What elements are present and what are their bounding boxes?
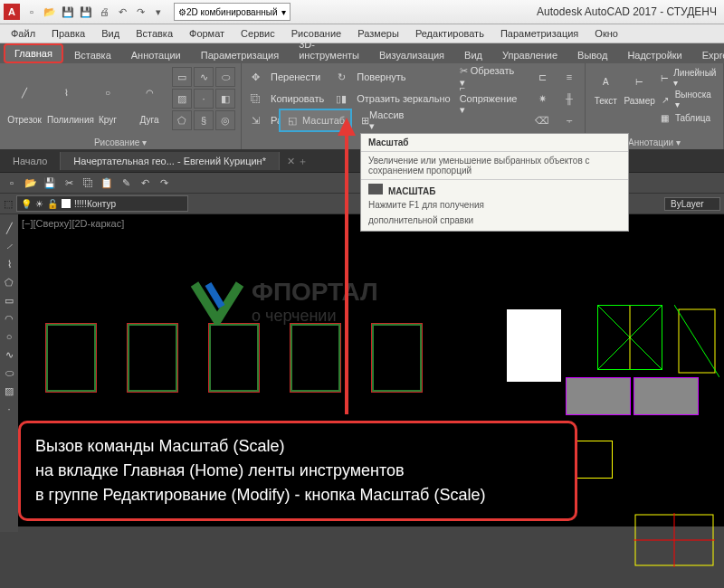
menu-insert[interactable]: Вставка: [129, 26, 180, 41]
tab-3d[interactable]: 3D-инструменты: [290, 36, 368, 63]
drawing-viewport[interactable]: ╱ ⟋ ⌇ ⬠ ▭ ◠ ○ ∿ ⬭ ▨ · [−][Сверху][2D-кар…: [0, 214, 724, 526]
doc-tab-start[interactable]: Начало: [0, 152, 61, 170]
plot-icon[interactable]: 🖨: [96, 4, 112, 20]
fillet-label[interactable]: ⌐ Сопряжение ▾: [460, 82, 525, 116]
move-label[interactable]: Перенести: [271, 71, 329, 82]
lt-rect-icon[interactable]: ▭: [1, 292, 17, 308]
lt-line-icon[interactable]: ╱: [1, 220, 17, 236]
lt-hatch-icon[interactable]: ▨: [1, 383, 17, 399]
tab-visual[interactable]: Визуализация: [370, 47, 453, 63]
tb-new-icon[interactable]: ▫: [4, 175, 20, 191]
tab-insert[interactable]: Вставка: [65, 47, 120, 63]
bulb-icon: 💡: [21, 199, 32, 209]
lt-point-icon[interactable]: ·: [1, 401, 17, 417]
rect-icon[interactable]: ▭: [172, 67, 192, 87]
menu-format[interactable]: Формат: [182, 26, 232, 41]
tb-paste-icon[interactable]: 📋: [99, 175, 115, 191]
menu-edit[interactable]: Правка: [44, 26, 92, 41]
move-icon[interactable]: ✥: [247, 69, 263, 85]
ribbon-tabs: Главная Вставка Аннотации Параметризация…: [0, 43, 724, 63]
tool-text[interactable]: AТекст: [591, 67, 621, 125]
mirror-icon[interactable]: ▯▮: [333, 90, 349, 107]
save-icon[interactable]: 💾: [60, 4, 76, 20]
new-tab-icon[interactable]: ✕ ＋: [280, 155, 315, 168]
lt-ellipse-icon[interactable]: ⬭: [1, 365, 17, 381]
join-icon[interactable]: ⫟: [559, 110, 579, 130]
tab-annotate[interactable]: Аннотации: [122, 47, 190, 63]
menu-file[interactable]: Файл: [4, 26, 43, 41]
layer-props-icon[interactable]: ⬚: [4, 198, 13, 210]
viewport-label[interactable]: [−][Сверху][2D-каркас]: [22, 218, 124, 229]
tab-home[interactable]: Главная: [4, 43, 63, 63]
spline-icon[interactable]: ∿: [194, 67, 214, 87]
open-icon[interactable]: 📂: [42, 4, 58, 20]
array-label[interactable]: Массив ▾: [369, 109, 404, 132]
align-icon[interactable]: ≡: [559, 67, 579, 87]
erase-icon[interactable]: ⌫: [532, 110, 552, 130]
tb-save-icon[interactable]: 💾: [42, 175, 58, 191]
tool-circle[interactable]: ○Круг: [89, 73, 127, 125]
poly-icon[interactable]: ⬠: [172, 110, 192, 130]
watermark: ФПОРТАЛо черчении: [190, 278, 378, 326]
lt-poly-icon[interactable]: ⬠: [1, 274, 17, 290]
tool-line[interactable]: ╱Отрезок: [5, 73, 43, 125]
undo-icon[interactable]: ↶: [114, 4, 130, 20]
tab-param[interactable]: Параметризация: [192, 47, 288, 63]
workspace-selector[interactable]: ⚙ 2D комбинированный ▾: [174, 3, 291, 21]
menu-modify[interactable]: Редактировать: [408, 26, 491, 41]
offset-icon[interactable]: ⊏: [532, 67, 552, 87]
menu-tools[interactable]: Сервис: [233, 26, 282, 41]
tb-cut-icon[interactable]: ✂: [61, 175, 77, 191]
text-icon: A: [591, 67, 621, 96]
lt-circle-icon[interactable]: ○: [1, 328, 17, 345]
hatch-icon[interactable]: ▨: [172, 89, 192, 109]
stretch-icon[interactable]: ⇲: [247, 112, 263, 128]
tab-view[interactable]: Вид: [455, 47, 491, 63]
tool-dimension[interactable]: ⊢Размер: [624, 67, 655, 125]
tb-match-icon[interactable]: ✎: [118, 175, 134, 191]
tool-arc[interactable]: ◠Дуга: [130, 73, 168, 125]
new-icon[interactable]: ▫: [24, 4, 40, 20]
menu-view[interactable]: Вид: [94, 26, 127, 41]
rotate-icon[interactable]: ↻: [333, 69, 349, 85]
layer-selector[interactable]: 💡 ☀ 🔓 !!!!!Контур: [16, 195, 188, 212]
tb-undo-icon[interactable]: ↶: [137, 175, 153, 191]
tool-polyline[interactable]: ⌇Полилиния: [47, 73, 85, 125]
app-logo[interactable]: A: [4, 4, 20, 20]
tab-manage[interactable]: Управление: [493, 47, 567, 63]
panel-draw-title[interactable]: Рисование ▾: [5, 136, 235, 147]
tab-output[interactable]: Вывод: [568, 47, 616, 63]
helix-icon[interactable]: §: [194, 110, 214, 130]
tb-copy-icon[interactable]: ⿻: [80, 175, 96, 191]
saveas-icon[interactable]: 💾: [78, 4, 94, 20]
polyline-icon: ⌇: [50, 73, 82, 113]
tab-express[interactable]: Express: [693, 47, 724, 63]
anno-linear[interactable]: ⊢Линейный ▾: [659, 67, 718, 89]
lt-pline-icon[interactable]: ⌇: [1, 256, 17, 272]
qat-more-icon[interactable]: ▾: [150, 4, 167, 20]
mirror-label[interactable]: Отразить зеркально: [357, 93, 455, 104]
tb-redo-icon[interactable]: ↷: [156, 175, 172, 191]
redo-icon[interactable]: ↷: [132, 4, 148, 20]
lt-spline-icon[interactable]: ∿: [1, 346, 17, 363]
menu-window[interactable]: Окно: [587, 26, 625, 41]
menu-param[interactable]: Параметризация: [493, 26, 586, 41]
copy-label[interactable]: Копировать: [271, 93, 329, 104]
point-icon[interactable]: ·: [194, 89, 214, 109]
break-icon[interactable]: ╫: [559, 89, 579, 109]
explode-icon[interactable]: ✷: [532, 89, 552, 109]
copy-icon[interactable]: ⿻: [247, 90, 263, 107]
donut-icon[interactable]: ◎: [215, 110, 235, 130]
lt-arc-icon[interactable]: ◠: [1, 310, 17, 327]
anno-table[interactable]: ▦Таблица: [659, 110, 718, 125]
bylayer-selector[interactable]: ByLayer: [664, 197, 720, 211]
tab-addins[interactable]: Надстройки: [618, 47, 691, 63]
region-icon[interactable]: ◧: [215, 89, 235, 109]
tb-open-icon[interactable]: 📂: [23, 175, 39, 191]
rotate-label[interactable]: Повернуть: [357, 71, 455, 82]
doc-tab-current[interactable]: Начертательная гео... - Евгений Курицин*: [61, 152, 280, 170]
anno-leader[interactable]: ↗Выноска ▾: [659, 89, 718, 110]
lt-xline-icon[interactable]: ⟋: [1, 238, 17, 254]
ellipse-icon[interactable]: ⬭: [215, 67, 235, 87]
layer-color-swatch: [62, 199, 71, 208]
